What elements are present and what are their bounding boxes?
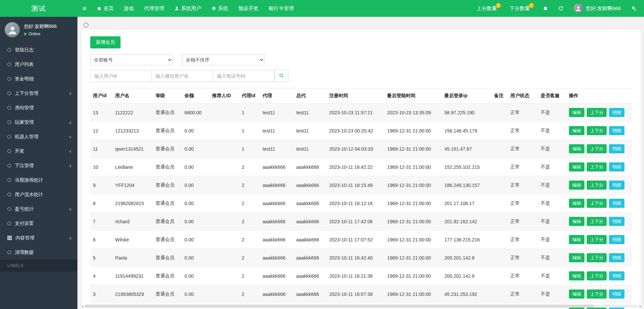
edit-button[interactable]: 编辑: [569, 271, 584, 280]
up-down-score-button[interactable]: 上下分: [587, 289, 607, 299]
edit-button[interactable]: 编辑: [569, 181, 584, 190]
cell-referrer-id: [209, 194, 239, 213]
scrollbar-track[interactable]: [85, 305, 638, 308]
edit-button[interactable]: 编辑: [569, 217, 584, 226]
sidebar-item-current-game-stats[interactable]: 当期游戏统计: [0, 173, 77, 187]
up-down-score-button[interactable]: 上下分: [587, 199, 607, 208]
detail-button[interactable]: 明细: [609, 199, 624, 208]
sidebar-item-payment-settings[interactable]: 支付设置: [0, 216, 77, 231]
sidebar-item-fund-detail[interactable]: 资金明细: [0, 72, 77, 86]
nav-item-preset-draw[interactable]: 预设开奖: [233, 0, 264, 17]
add-member-button[interactable]: 新增会员: [90, 36, 121, 48]
cell-actions: 编辑上下分明细: [566, 213, 632, 231]
table-row: 5Paola普通会员0.002aaakkk666aaakkk6662023-10…: [90, 249, 632, 267]
up-down-score-button[interactable]: 上下分: [587, 126, 607, 135]
up-down-score-button[interactable]: 上下分: [587, 162, 607, 171]
edit-button[interactable]: 编辑: [569, 126, 584, 135]
sidebar-item-score-management[interactable]: 上下分管理‹: [0, 86, 77, 101]
detail-button[interactable]: 明细: [609, 181, 624, 190]
cell-referrer-id: [209, 213, 239, 231]
sidebar-item-draw[interactable]: 开奖‹: [0, 144, 77, 158]
scroll-left-arrow-icon[interactable]: ◂: [81, 304, 83, 308]
user-id-input[interactable]: [90, 70, 152, 82]
down-score-link[interactable]: 下分数量 0: [510, 5, 533, 12]
cell-actions: 编辑上下分明细: [566, 267, 632, 285]
sidebar-item-content-management[interactable]: 内容管理‹: [0, 231, 77, 245]
home-shortcut-icon[interactable]: [543, 6, 548, 11]
edit-button[interactable]: 编辑: [569, 162, 584, 171]
edit-button[interactable]: 编辑: [569, 289, 584, 299]
balance-sort-select[interactable]: 余额不排序: [182, 54, 265, 65]
edit-button[interactable]: 编辑: [569, 235, 584, 244]
detail-button[interactable]: 明细: [609, 108, 624, 117]
up-down-score-button[interactable]: 上下分: [587, 181, 607, 190]
sidebar-item-user-list[interactable]: 用户列表: [0, 57, 77, 72]
wechat-username-input[interactable]: [151, 70, 213, 82]
search-button[interactable]: [274, 70, 289, 82]
cell-remark: [492, 140, 508, 158]
nav-item-bank-card-management[interactable]: 银行卡管理: [264, 0, 299, 17]
up-down-score-button[interactable]: 上下分: [587, 108, 607, 117]
account-filter-select[interactable]: 全部账号: [90, 54, 173, 65]
detail-button[interactable]: 明细: [609, 271, 624, 280]
sidebar-item-profit-loss-stats[interactable]: 盈亏统计‹: [0, 202, 77, 216]
up-down-score-button[interactable]: 上下分: [587, 144, 607, 153]
user-menu[interactable]: 您好:发财啊666: [574, 4, 621, 13]
nav-item-home[interactable]: 首页: [92, 0, 119, 17]
detail-button[interactable]: 明细: [609, 289, 624, 299]
chevron-left-icon: ‹: [69, 235, 71, 241]
scrollbar-thumb[interactable]: [85, 305, 594, 308]
hamburger-menu-icon[interactable]: ≡: [77, 0, 92, 17]
sidebar-item-login-log[interactable]: 登陆日志: [0, 43, 77, 57]
edit-button[interactable]: 编辑: [569, 144, 584, 153]
detail-button[interactable]: 明细: [609, 253, 624, 262]
nav-item-agent-management[interactable]: 代理管理: [139, 0, 169, 17]
cell-agent-id: 1: [239, 104, 260, 122]
chevron-left-icon: ‹: [69, 90, 71, 96]
detail-button[interactable]: 明细: [609, 126, 624, 135]
refresh-icon[interactable]: [558, 6, 564, 11]
up-down-score-button[interactable]: 上下分: [587, 217, 607, 226]
horizontal-scrollbar[interactable]: ◂ ▸: [81, 304, 641, 308]
sidebar-item-player-management[interactable]: 玩家管理‹: [0, 115, 77, 129]
up-down-score-button[interactable]: 上下分: [587, 235, 607, 244]
cell-agent: aaakkk666: [260, 158, 294, 176]
cell-balance: 0.00: [182, 176, 209, 194]
sidebar-item-user-flow-stats[interactable]: 用户流水统计: [0, 187, 77, 202]
up-down-score-button[interactable]: 上下分: [587, 253, 607, 262]
cell-username: Leidiane: [112, 158, 153, 176]
up-score-link[interactable]: 上分数量 0: [477, 5, 500, 12]
phone-input[interactable]: [213, 70, 274, 82]
cell-id: 4: [90, 267, 112, 285]
cell-agent: test11: [260, 104, 294, 122]
scroll-right-arrow-icon[interactable]: ▸: [639, 304, 641, 308]
cell-remark: [492, 104, 508, 122]
cell-is-customer-service: 不是: [538, 104, 566, 122]
cell-last-login-ip: 45.151.47.67: [442, 140, 492, 158]
edit-button[interactable]: 编辑: [569, 253, 584, 262]
detail-button[interactable]: 明细: [609, 235, 624, 244]
edit-button[interactable]: 编辑: [569, 108, 584, 117]
up-down-score-button[interactable]: 上下分: [587, 271, 607, 280]
cell-general-agent: test11: [294, 104, 327, 122]
table-body: 131122222普通会员6800.001test11test112023-10…: [90, 104, 632, 309]
sidebar-item-clear-data[interactable]: 清理数据: [0, 245, 77, 260]
tab-circle-icon[interactable]: [83, 23, 89, 28]
cell-username: 21982082815: [112, 194, 153, 213]
nav-item-system-users[interactable]: 系统用户: [169, 0, 206, 17]
detail-button[interactable]: 明细: [609, 162, 624, 171]
sidebar-item-room-management[interactable]: 房间管理: [0, 101, 77, 115]
sidebar-avatar: [5, 22, 20, 37]
detail-button[interactable]: 明细: [609, 144, 624, 153]
sidebar-item-bet-management[interactable]: 下注管理‹: [0, 158, 77, 173]
edit-button[interactable]: 编辑: [569, 199, 584, 208]
cell-id: 7: [90, 213, 112, 231]
settings-gears-icon[interactable]: [631, 6, 637, 11]
nav-item-system[interactable]: 系统: [206, 0, 233, 17]
nav-item-games[interactable]: 游戏: [119, 0, 139, 17]
sidebar-user-panel: 您好:发财啊666 Online: [0, 17, 77, 43]
circle-icon: [7, 63, 11, 66]
detail-button[interactable]: 明细: [609, 217, 624, 226]
sidebar-item-robot-management[interactable]: 机器人管理‹: [0, 129, 77, 144]
cell-last-login-time: 1969-12-31 21:00:00: [384, 140, 442, 158]
